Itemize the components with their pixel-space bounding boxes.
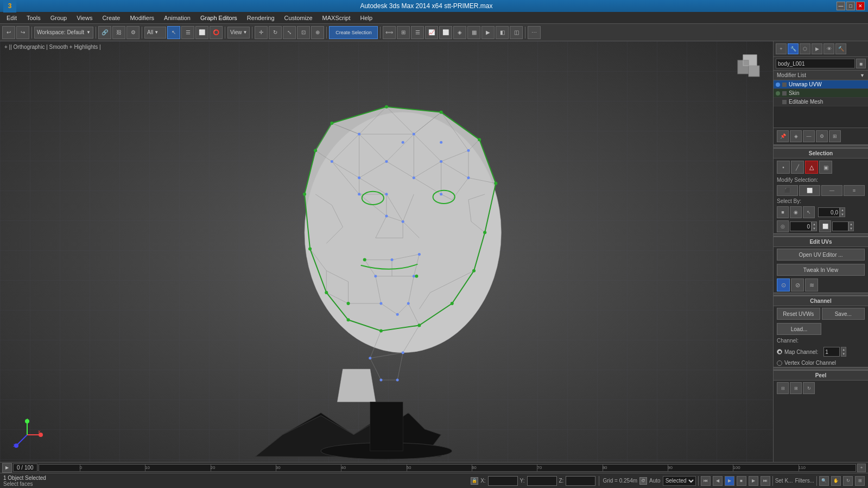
vertex-select[interactable]: • (777, 161, 790, 174)
select-and-scale[interactable]: ⤡ (283, 26, 296, 39)
menu-animation[interactable]: Animation (160, 14, 195, 22)
polygon-select[interactable]: ▣ (819, 161, 832, 174)
viewport-zoom-button[interactable]: 🔍 (819, 476, 829, 486)
active-shade[interactable]: ◫ (510, 26, 523, 39)
lasso-select[interactable]: ⭕ (210, 26, 223, 39)
menu-graph-editors[interactable]: Graph Editors (196, 14, 242, 22)
prev-frame-button[interactable]: ◀ (713, 476, 723, 486)
redo-button[interactable]: ↪ (16, 26, 29, 39)
uv-icon-2[interactable]: ⊘ (791, 278, 804, 291)
tweak-in-view-button[interactable]: Tweak In View (777, 264, 865, 276)
render-frame[interactable]: ◧ (496, 26, 509, 39)
z-coord-input[interactable] (566, 476, 595, 486)
peel-btn-1[interactable]: ⊟ (777, 382, 789, 394)
menu-customize[interactable]: Customize (280, 14, 317, 22)
map-channel-radio[interactable] (777, 349, 782, 354)
display-tab[interactable]: 👁 (823, 43, 834, 54)
select-by-value-input[interactable] (818, 207, 840, 217)
maximize-button[interactable]: □ (846, 2, 855, 10)
select-by-2[interactable]: ◎ (777, 220, 789, 232)
select-by-cursor[interactable]: ↖ (803, 206, 815, 218)
create-selection-set[interactable]: Create Selection (329, 26, 378, 39)
view-dropdown[interactable]: View ▼ (227, 27, 250, 39)
object-color-swatch[interactable]: ■ (856, 59, 866, 68)
undo-button[interactable]: ↩ (2, 26, 15, 39)
save-button[interactable]: Save... (822, 308, 865, 320)
select-by-value-2-input[interactable] (790, 221, 812, 231)
schematic-view[interactable]: ⬜ (439, 26, 452, 39)
y-coord-input[interactable] (527, 476, 557, 486)
spinner-down[interactable]: ▼ (840, 212, 845, 217)
extra-tools[interactable]: ⋯ (528, 26, 541, 39)
next-frame-button[interactable]: ▶ (749, 476, 758, 486)
select-object-button[interactable]: ↖ (167, 26, 180, 39)
select-and-rotate[interactable]: ↻ (269, 26, 282, 39)
select-by-sg-2[interactable]: ◉ (790, 206, 802, 218)
menu-tools[interactable]: Tools (22, 14, 45, 22)
minimize-button[interactable]: — (837, 2, 845, 10)
select-filter-dropdown[interactable]: All ▼ (144, 27, 166, 39)
selection-dropdown[interactable]: Selected (663, 476, 696, 486)
remove-modifier-button[interactable]: — (803, 130, 815, 142)
use-pivot[interactable]: ⊕ (311, 26, 324, 39)
select-by-3[interactable]: ⬜ (819, 220, 831, 232)
select-by-sg[interactable]: ⬜ (799, 185, 820, 196)
spinner-up[interactable]: ▲ (840, 208, 845, 212)
menu-rendering[interactable]: Rendering (243, 14, 279, 22)
peel-btn-3[interactable]: ↻ (803, 382, 815, 394)
viewport-orbit-button[interactable]: ↻ (843, 476, 853, 486)
configure-modifier-sets[interactable]: ⚙ (816, 130, 828, 142)
close-button[interactable]: ✕ (856, 2, 865, 10)
modifier-editable-mesh[interactable]: Editable Mesh (774, 98, 868, 106)
uv-icon-1[interactable]: ⊙ (777, 278, 790, 291)
play-animation-toggle[interactable]: ▶ (2, 463, 12, 473)
timeline-track[interactable]: 0 10 20 30 40 50 60 70 80 90 100 110 (39, 464, 856, 472)
spinner-3-up[interactable]: ▲ (849, 222, 853, 226)
select-by-element[interactable]: ⬛ (777, 185, 798, 196)
value-spinner-2-buttons[interactable]: ▲ ▼ (812, 221, 817, 231)
maximize-viewport-button[interactable]: ⊞ (855, 476, 865, 486)
menu-edit[interactable]: Edit (2, 14, 21, 22)
open-uv-editor-button[interactable]: Open UV Editor ... (777, 249, 865, 261)
viewport-pan-button[interactable]: ✋ (831, 476, 841, 486)
material-editor[interactable]: ◈ (453, 26, 466, 39)
select-edges[interactable]: — (821, 185, 842, 196)
bind-to-space-warp[interactable]: ⚙ (126, 26, 140, 39)
menu-group[interactable]: Group (46, 14, 72, 22)
select-and-move[interactable]: ✛ (255, 26, 268, 39)
mirror-button[interactable]: ⟺ (383, 26, 396, 39)
align-button[interactable]: ⊞ (397, 26, 410, 39)
value-spinner-3-buttons[interactable]: ▲ ▼ (848, 221, 854, 231)
select-by-value-3-input[interactable] (832, 221, 848, 231)
load-button[interactable]: Load... (777, 323, 821, 335)
curve-editor[interactable]: 📈 (425, 26, 438, 39)
menu-maxscript[interactable]: MAXScript (318, 14, 355, 22)
hierarchy-tab[interactable]: ⬡ (800, 43, 810, 54)
peel-btn-2[interactable]: ⊞ (790, 382, 802, 394)
create-tab[interactable]: + (776, 43, 787, 54)
pin-stack-button[interactable]: 📌 (777, 130, 789, 142)
layer-manager[interactable]: ☰ (411, 26, 424, 39)
menu-create[interactable]: Create (98, 14, 124, 22)
spinner-3-down[interactable]: ▼ (849, 226, 853, 231)
show-all-subtrees[interactable]: ⊞ (829, 130, 841, 142)
spinner-2-down[interactable]: ▼ (812, 226, 816, 231)
spinner-2-up[interactable]: ▲ (812, 222, 816, 226)
render-setup[interactable]: ▦ (467, 26, 480, 39)
render-button[interactable]: ▶ (481, 26, 495, 39)
link-button[interactable]: 🔗 (98, 26, 111, 39)
add-time-tag-btn[interactable]: + (857, 464, 866, 472)
motion-tab[interactable]: ▶ (812, 43, 822, 54)
menu-help[interactable]: Help (356, 14, 377, 22)
select-by-mat-id[interactable]: ■ (777, 206, 789, 218)
time-config-icon[interactable]: ⏱ (639, 477, 647, 485)
reference-coord-system[interactable]: ⊡ (297, 26, 310, 39)
unlink-button[interactable]: ⛓ (112, 26, 125, 39)
face-select[interactable]: △ (805, 161, 818, 174)
mc-spinner-up[interactable]: ▲ (841, 347, 846, 352)
object-name-input[interactable] (776, 59, 855, 68)
workspace-dropdown[interactable]: Workspace: Default ▼ (34, 27, 93, 39)
x-coord-input[interactable] (488, 476, 518, 486)
viewport[interactable]: + || Orthographic | Smooth + Highlights … (0, 41, 773, 462)
value-spinner-buttons[interactable]: ▲ ▼ (840, 207, 845, 217)
